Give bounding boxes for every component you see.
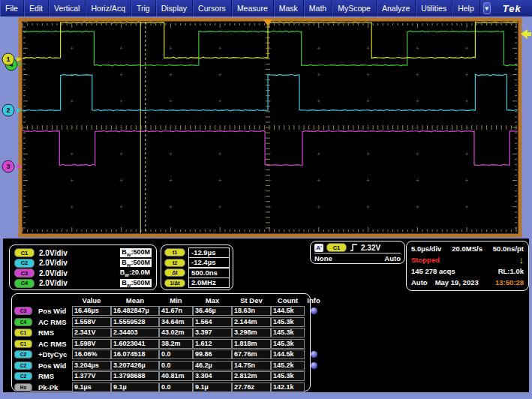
meas-min: 41.67n <box>159 306 193 316</box>
meas-max: 3.397 <box>193 328 232 338</box>
col-info: Info <box>305 296 323 306</box>
trigger-mode-row: None Auto <box>314 253 401 262</box>
channel-settings-panel: C1 2.0V/div BW:500M C2 2.0V/div BW:500M … <box>9 244 157 290</box>
info-icon[interactable] <box>311 308 317 314</box>
meas-min: 40.81m <box>159 371 193 381</box>
table-row[interactable]: C2 RMS 1.377V 1.3798688 40.81m 3.304 2.8… <box>14 371 308 382</box>
table-row[interactable]: Hs Pk-Pk 9.1µs 9.1µ 0.0 9.1µ 27.76z 142.… <box>14 382 308 394</box>
meas-stdev: 3.298m <box>232 328 271 338</box>
bandwidth-chip: BW:500M <box>120 248 152 257</box>
tek-logo: Tek <box>494 0 530 16</box>
menu-measure[interactable]: Measure <box>232 0 274 16</box>
channel-scale[interactable]: 2.0V/div <box>39 279 68 287</box>
table-row[interactable]: C3 Pos Wid 16.46µs 16.482847µ 41.67n 36.… <box>14 306 308 317</box>
table-row[interactable]: C4 AC RMS 1.558V 1.5559528 34.64m 1.564 … <box>14 317 308 328</box>
channel-row-c2: C2 2.0V/div BW:500M <box>14 258 152 268</box>
meas-count: 145.2k <box>271 361 305 370</box>
table-row[interactable]: C1 RMS 2.341V 2.34403 43.02m 3.397 3.298… <box>14 328 308 339</box>
trigger-level[interactable]: 2.32V <box>361 244 380 252</box>
table-row[interactable]: C2 Pos Wid 3.204µs 3.207426µ 0.0 46.2µ 1… <box>14 361 308 372</box>
meas-stdev: 27.76z <box>232 382 271 392</box>
channel-scale[interactable]: 2.0V/div <box>39 269 68 278</box>
info-icon[interactable] <box>311 362 317 369</box>
waveform-display[interactable]: 3241 <box>0 16 532 238</box>
channel-row-c4: C4 2.0V/div BW:500M <box>14 278 152 288</box>
meas-stdev: 2.144m <box>232 317 271 327</box>
record-length: RL:1.0k <box>498 267 524 275</box>
trigger-panel: A' C1 2.32V None Auto <box>310 241 405 264</box>
menu-myscope[interactable]: MyScope <box>332 0 377 16</box>
menu-help[interactable]: Help <box>452 0 480 16</box>
channel-scale[interactable]: 2.0V/div <box>39 249 68 257</box>
menu-mask[interactable]: Mask <box>274 0 304 16</box>
meas-max: 99.86 <box>193 350 232 359</box>
meas-mean: 1.3798688 <box>111 371 159 381</box>
oscilloscope-app: { "menu": { "items": ["File","Edit","Ver… <box>0 0 532 399</box>
meas-max: 36.46µ <box>193 306 232 316</box>
meas-count: 144.5k <box>271 350 305 359</box>
cursor-delta-badge: Δt <box>164 268 185 277</box>
channel-scale[interactable]: 2.0V/div <box>39 259 68 267</box>
meas-min: 38.2m <box>159 339 193 349</box>
bandwidth-chip: BW:500M <box>120 279 152 288</box>
meas-count: 144.5k <box>271 306 305 316</box>
measurement-header-row: Value Mean Min Max St Dev Count Info <box>14 296 308 306</box>
cursor-t2-row: t2 -12.4µs <box>164 258 230 268</box>
meas-mean: 1.6023041 <box>111 339 159 349</box>
cursor-readout-panel: t1 -12.9µs t2 -12.4µs Δt 500.0ns 1/Δt 2.… <box>161 244 233 290</box>
cursor-t1-value: -12.9µs <box>188 248 230 258</box>
meas-count: 145.3k <box>271 339 305 349</box>
col-value: Value <box>72 296 111 306</box>
acquisition-count: 145 278 acqs <box>411 267 455 275</box>
table-row[interactable]: C2 +DtyCyc 16.06% 16.074518 0.0 99.86 67… <box>14 350 308 361</box>
trigger-holdoff: None <box>314 254 332 262</box>
resolution: 50.0ns/pt <box>493 244 524 253</box>
meas-mean: 2.34403 <box>111 328 159 338</box>
meas-value: 3.204µs <box>72 361 111 370</box>
menu-edit[interactable]: Edit <box>24 0 49 16</box>
menu-math[interactable]: Math <box>304 0 332 16</box>
cursor-delta-row: Δt 500.0ns <box>164 268 230 278</box>
meas-min: 43.02m <box>159 328 193 338</box>
meas-mean: 9.1µ <box>111 382 159 392</box>
col-min: Min <box>159 296 193 306</box>
meas-max: 9.1µ <box>193 382 232 392</box>
measurement-table: Value Mean Min Max St Dev Count Info C3 … <box>11 293 311 392</box>
meas-source-badge: C4 <box>14 318 32 326</box>
meas-stdev: 2.812m <box>232 371 271 381</box>
meas-count: 145.3k <box>271 328 305 338</box>
meas-value: 2.341V <box>72 328 111 338</box>
menu-display[interactable]: Display <box>156 0 193 16</box>
cursor-t2-badge: t2 <box>164 259 185 267</box>
menu-trig[interactable]: Trig <box>131 0 156 16</box>
meas-max: 1.612 <box>193 339 232 349</box>
meas-max: 3.304 <box>193 371 232 381</box>
trigger-mode: Auto <box>384 254 401 262</box>
menu-overflow-button[interactable]: ▼ <box>483 2 491 14</box>
meas-mean: 1.5559528 <box>111 317 159 327</box>
svg-text:3: 3 <box>6 163 10 170</box>
meas-stdev: 18.63n <box>232 306 271 316</box>
menu-vertical[interactable]: Vertical <box>49 0 86 16</box>
channel-badge-c4: C4 <box>14 279 35 288</box>
menu-bar: File Edit Vertical Horiz/Acq Trig Displa… <box>0 0 532 16</box>
timebase-scale[interactable]: 5.0µs/div <box>411 244 441 253</box>
meas-min: 0.0 <box>159 350 193 359</box>
chevron-down-icon: ▼ <box>484 5 490 12</box>
meas-count: 145.3k <box>271 371 305 381</box>
table-row[interactable]: C1 AC RMS 1.598V 1.6023041 38.2m 1.612 1… <box>14 339 308 350</box>
trigger-source-badge: C1 <box>326 243 347 252</box>
meas-value: 1.598V <box>72 339 111 349</box>
meas-name: AC RMS <box>37 339 72 349</box>
rising-edge-icon <box>350 243 358 252</box>
sample-rate: 20.0MS/s <box>452 244 482 253</box>
menu-utilities[interactable]: Utilities <box>416 0 452 16</box>
menu-file[interactable]: File <box>0 0 24 16</box>
menu-analyze[interactable]: Analyze <box>377 0 416 16</box>
meas-source-badge: Hs <box>14 383 32 392</box>
menu-horiz-acq[interactable]: Horiz/Acq <box>86 0 131 16</box>
info-icon[interactable] <box>311 351 317 358</box>
meas-source-badge: C3 <box>14 307 32 315</box>
cursor-t1-row: t1 -12.9µs <box>164 248 230 258</box>
menu-cursors[interactable]: Cursors <box>193 0 232 16</box>
